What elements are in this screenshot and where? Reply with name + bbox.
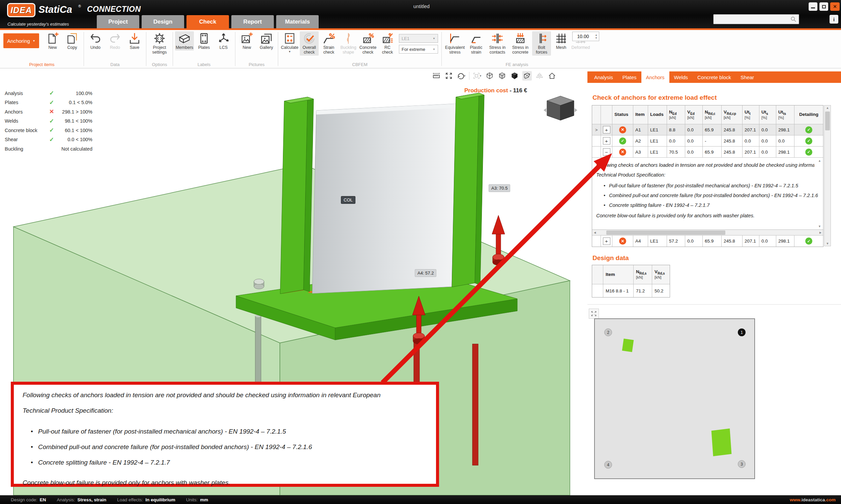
search-input[interactable]	[714, 17, 790, 22]
collapse-row-button[interactable]: −	[603, 148, 610, 156]
mirror-view-button[interactable]	[535, 71, 544, 80]
transparent-view-button[interactable]	[497, 71, 507, 80]
horizontal-scrollbar[interactable]: ◀ ▶	[592, 230, 823, 235]
gallery-button[interactable]: Gallery	[257, 31, 276, 51]
hscroll-thumb[interactable]	[606, 231, 725, 235]
table-row-a1[interactable]: > + ✕ A1 LE1 8.8 0.0 65.9 245.8 207.1 0.…	[592, 124, 823, 136]
equivalent-stress-button[interactable]: Equivalent stress	[444, 31, 466, 56]
extreme-filter-dropdown[interactable]: For extreme▼	[399, 45, 438, 54]
project-settings-button[interactable]: Project settings	[148, 31, 171, 56]
expand-row-button[interactable]: +	[603, 137, 610, 145]
zoom-fit-button[interactable]	[444, 71, 453, 80]
table-row-a4[interactable]: + ✕ A4 LE1 57.2 0.0 65.9 245.8 207.1 0.0…	[592, 235, 823, 247]
anchor-badge-1[interactable]: 1	[738, 328, 745, 336]
plastic-strain-button[interactable]: Plastic strain	[467, 31, 485, 56]
website-link[interactable]: www.ideastatica.com	[790, 497, 836, 502]
rotate-view-button[interactable]: ▼	[457, 71, 466, 80]
viewport-toolbar: ▼ ▼	[432, 71, 557, 80]
expand-row-button[interactable]: +	[603, 126, 610, 133]
stress-in-contacts-button[interactable]: Stress in contacts	[486, 31, 509, 56]
tab-design[interactable]: Design	[142, 15, 184, 28]
expand-row-button[interactable]: +	[603, 237, 610, 245]
results-tab-welds[interactable]: Welds	[669, 71, 693, 83]
table-row-a2[interactable]: + ✓ A2 LE1 0.0 0.0 - 245.8 0.0 0.0 0.0 ✓	[592, 136, 823, 147]
results-tab-analysis[interactable]: Analysis	[589, 71, 618, 83]
info-button[interactable]: i	[829, 15, 838, 23]
project-item-welds[interactable]: Welds ✓ 98.1 < 100%	[5, 116, 92, 126]
bolt-forces-button[interactable]: Bolt forces	[532, 31, 551, 56]
vscroll-thumb[interactable]	[825, 111, 830, 130]
tab-materials[interactable]: Materials	[276, 15, 319, 28]
design-data-row[interactable]: M16 8.8 - 1 71.2 50.2	[592, 284, 670, 297]
project-item-shear[interactable]: Shear ✓ 0.0 < 100%	[5, 135, 92, 145]
plate-preview-panel[interactable]: 2 1 4 3	[587, 306, 841, 495]
tab-project[interactable]: Project	[97, 15, 139, 28]
note-bullet-2: Combined pull-out and concrete failure (…	[38, 443, 427, 451]
ribbon-group-data: Undo Redo Save Data	[84, 30, 146, 68]
results-tab-concrete-block[interactable]: Concrete block	[693, 71, 736, 83]
load-effect-dropdown[interactable]: LE1▼	[399, 34, 438, 43]
status-fail-icon: ✕	[619, 126, 626, 133]
scale-spinner[interactable]: 10.00 ▲ ▼	[572, 32, 599, 41]
project-item-plates[interactable]: Plates ✓ 0.1 < 5.0%	[5, 98, 92, 107]
calculate-button[interactable]: Calculate ▼	[280, 31, 299, 54]
new-project-item-button[interactable]: New	[43, 31, 62, 51]
home-view-button[interactable]	[547, 71, 557, 80]
scroll-right-icon[interactable]: ▶	[818, 231, 823, 234]
vertical-scrollbar[interactable]: ▲ ▼	[824, 105, 831, 246]
undo-button[interactable]: Undo	[86, 31, 105, 51]
scroll-down-icon[interactable]: ▼	[818, 225, 821, 228]
header-ved: VEd[kN]	[685, 105, 703, 124]
members-toggle[interactable]: Members	[175, 31, 194, 51]
buckling-shape-button[interactable]: Buckling shape	[339, 31, 358, 56]
table-row-a3[interactable]: − ✕ A3 LE1 70.5 0.0 65.9 245.8 207.1 0.0…	[592, 147, 823, 158]
clipped-view-button[interactable]	[522, 71, 532, 80]
tab-check[interactable]: Check	[187, 15, 229, 28]
results-tab-shear[interactable]: Shear	[736, 71, 759, 83]
anchoring-button[interactable]: Anchoring▼	[3, 33, 39, 48]
plates-toggle[interactable]: Plates	[194, 31, 213, 51]
project-item-analysis[interactable]: Analysis ✓ 100.0%	[5, 89, 92, 98]
anchor-badge-3[interactable]: 3	[738, 460, 745, 468]
scroll-up-icon[interactable]: ▲	[818, 159, 821, 162]
save-button[interactable]: Save	[125, 31, 144, 51]
stress-in-concrete-button[interactable]: Stress in concrete	[509, 31, 531, 56]
scroll-up-icon[interactable]: ▲	[826, 106, 829, 109]
rc-check-button[interactable]: RC check	[378, 31, 397, 56]
tab-report[interactable]: Report	[231, 15, 274, 28]
wireframe-view-button[interactable]	[485, 71, 494, 80]
results-tab-anchors[interactable]: Anchors	[641, 71, 669, 83]
redo-button[interactable]: Redo	[105, 31, 124, 51]
results-tab-plates[interactable]: Plates	[618, 71, 641, 83]
project-item-anchors[interactable]: Anchors ✕ 298.1 > 100%	[5, 107, 92, 116]
anchor-badge-2[interactable]: 2	[604, 328, 612, 336]
mesh-button[interactable]: Mesh	[552, 31, 570, 51]
new-picture-button[interactable]: New	[237, 31, 256, 51]
maximize-icon	[822, 5, 826, 8]
anchor-badge-4[interactable]: 4	[604, 461, 612, 469]
scroll-left-icon[interactable]: ◀	[592, 231, 598, 234]
overall-check-button[interactable]: Overall check	[300, 31, 319, 56]
project-item-buckling[interactable]: Buckling Not calculated	[5, 144, 92, 154]
spin-down-icon[interactable]: ▼	[595, 37, 598, 39]
spin-up-icon[interactable]: ▲	[595, 34, 598, 36]
minimize-button[interactable]	[809, 2, 818, 11]
anchor-rod-red-right	[473, 344, 478, 465]
solid-view-button[interactable]	[510, 71, 519, 80]
project-item-concrete-block[interactable]: Concrete block ✓ 60.1 < 100%	[5, 126, 92, 135]
maximize-button[interactable]	[820, 2, 828, 11]
section-tool-button[interactable]: ▼	[473, 71, 482, 80]
3d-viewport[interactable]: ▼ ▼ Production cost - 116 € Analysis ✓ 1…	[0, 68, 587, 495]
column-flange-right	[452, 93, 479, 287]
lcs-toggle[interactable]: LCS	[214, 31, 233, 51]
close-button[interactable]: ✕	[830, 2, 840, 11]
strain-check-button[interactable]: Strain check	[319, 31, 338, 56]
concrete-check-button[interactable]: Concrete check	[358, 31, 377, 56]
navigation-cube[interactable]	[544, 96, 577, 120]
scroll-down-icon[interactable]: ▼	[826, 242, 829, 245]
search-box[interactable]	[713, 14, 799, 24]
expand-preview-button[interactable]	[589, 309, 599, 319]
copy-button[interactable]: Copy	[63, 31, 82, 51]
detail-scrollbar[interactable]: ▲ ▼	[817, 159, 822, 228]
measure-tool-button[interactable]	[432, 71, 441, 80]
